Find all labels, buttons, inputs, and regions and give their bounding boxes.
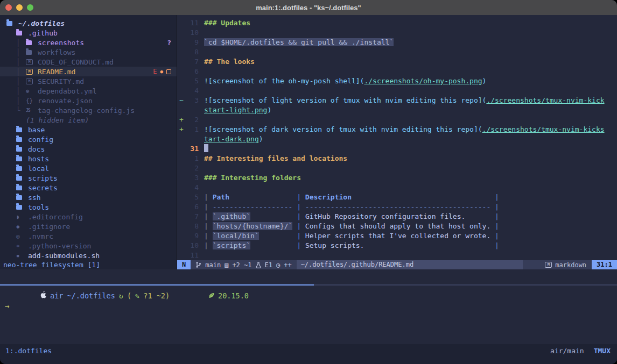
editor-line[interactable]: +1![screenshot of dark version of tmux w… (177, 125, 617, 134)
tree-item[interactable]: │MREADME.mdE● (0, 67, 177, 76)
editor-line[interactable]: 7| `.github` | GitHub Repository configu… (177, 212, 617, 222)
editor-line[interactable]: 4 (177, 183, 617, 192)
text-segment-tp: | (292, 193, 305, 201)
tree-item[interactable]: │MCODE_OF_CONDUCT.md (0, 57, 177, 67)
tree-item[interactable]: config (0, 134, 177, 144)
text-segment-fg (259, 232, 293, 240)
text-segment-ln: ./screenshots/oh-my-posh.png (364, 77, 482, 85)
editor-text: ![screenshot of dark version of tmux wit… (199, 125, 605, 134)
line-number: 3 (186, 96, 199, 105)
line-number: 6 (186, 202, 199, 212)
editor-line[interactable]: 3### Interesting folders (177, 173, 617, 183)
tree-item[interactable]: ◗.editorconfig (0, 212, 177, 222)
tree-item[interactable]: local (0, 163, 177, 173)
nvmrc-icon: ◎ (16, 233, 25, 240)
tree-item[interactable]: │screenshots? (0, 38, 177, 47)
editor-text: | `.github` | GitHub Repository configur… (199, 212, 499, 222)
editor-line[interactable]: +2 (177, 115, 617, 125)
editor-line[interactable]: 31 (177, 144, 617, 154)
editor-text (199, 251, 204, 260)
tree-item[interactable]: .github (0, 28, 177, 38)
editor-line[interactable]: ~3![screenshot of light version of tmux … (177, 96, 617, 105)
tree-item[interactable]: scripts (0, 173, 177, 183)
tree-item[interactable]: ssh (0, 192, 177, 202)
flask-icon (256, 262, 261, 268)
modified-dot-mark: ● (160, 69, 163, 74)
gutter-sign (177, 192, 186, 202)
editor-line[interactable]: tart-dark.png) (177, 134, 617, 144)
editor-line[interactable]: 5| Path | Description | (177, 192, 617, 202)
cwd-path: ~/.dotfiles (67, 291, 115, 300)
text-segment-tp: | (292, 203, 305, 211)
json-icon: {} (26, 97, 35, 104)
tree-item-label: .gitignore (28, 223, 70, 231)
text-segment-tp: | (204, 203, 213, 211)
tree-item[interactable]: ▪add-submodules.sh (0, 251, 177, 260)
folder-open-icon (16, 31, 25, 35)
tree-item[interactable]: ∗.python-version (0, 241, 177, 251)
editor-line[interactable]: 4 (177, 86, 617, 96)
tree-item[interactable]: └JStag-changelog-config.js (0, 105, 177, 115)
text-segment-code: `cd $HOME/.dotfiles && git pull && ./ins… (204, 38, 394, 46)
tree-item-label: .nvmrc (28, 232, 53, 240)
editor-line[interactable]: 10 (177, 28, 617, 38)
tree-item[interactable]: ◎.nvmrc (0, 231, 177, 241)
tree-item[interactable]: (1 hidden item) (0, 115, 177, 125)
diff-file-icon: ▤ (225, 261, 228, 269)
editor-line[interactable]: start-light.png) (177, 105, 617, 115)
editor-text (199, 115, 204, 125)
editor-line[interactable]: 11### Updates (177, 18, 617, 28)
line-number: 31 (186, 144, 199, 154)
editor-line[interactable]: 6 (177, 67, 617, 76)
editor-line[interactable]: 5![screenshot of the oh-my-posh shell](.… (177, 76, 617, 86)
editor-line[interactable]: 7## The looks (177, 57, 617, 67)
text-segment-cy: ![screenshot of dark version of tmux wit… (204, 125, 482, 133)
zoom-button[interactable] (27, 4, 33, 11)
editor-line[interactable]: 9| `local/bin` | Helper scripts that I'v… (177, 231, 617, 241)
minimize-button[interactable] (16, 4, 23, 11)
text-segment-code: `scripts` (213, 241, 250, 249)
tmux-session-name: air/main (550, 346, 584, 356)
terminal-pane[interactable]: air ~/.dotfiles ↻ ( ✎ ?1 ~2) 20.15.0 → (0, 286, 617, 344)
statusline: N main ▤ +2 ~1 E1 ◷ ++ ~/.dotfiles/.gith… (177, 260, 617, 269)
tree-item[interactable]: │MSECURITY.md (0, 76, 177, 86)
editor-line[interactable]: 6| ------------------- | ---------------… (177, 202, 617, 212)
editor-line[interactable]: 8| `hosts/{hostname}/` | Configs that sh… (177, 222, 617, 231)
tree-item[interactable]: ◆.gitignore (0, 222, 177, 231)
editor-line[interactable]: 1## Interesting files and locations (177, 154, 617, 163)
editor-line[interactable]: 8 (177, 47, 617, 57)
editorconfig-icon: ◗ (16, 213, 25, 220)
text-segment-fg: GitHub Repository configuration files. (305, 212, 490, 220)
tree-item[interactable]: │{}renovate.json (0, 96, 177, 105)
gutter-sign (177, 222, 186, 231)
gutter-sign (177, 67, 186, 76)
tree-item[interactable]: base (0, 125, 177, 134)
python-version-icon: ∗ (16, 242, 25, 249)
editor-line[interactable]: 10| `scripts` | Setup scripts. | (177, 241, 617, 251)
folder-icon (26, 50, 35, 55)
editor-line[interactable]: 9`cd $HOME/.dotfiles && git pull && ./in… (177, 38, 617, 47)
tree-item[interactable]: ~/.dotfiles (0, 18, 177, 28)
gutter-sign (177, 134, 186, 144)
text-segment-fg: Setup scripts. (305, 241, 490, 249)
gutter-sign: + (177, 125, 186, 134)
close-button[interactable] (5, 4, 12, 11)
tree-item[interactable]: hosts (0, 154, 177, 163)
editor-text: | ------------------- | ----------------… (199, 202, 499, 212)
tree-item[interactable]: docs (0, 144, 177, 154)
tree-item[interactable]: │workflows (0, 47, 177, 57)
gutter-sign (177, 105, 186, 115)
nvim-pane: ~/.dotfiles.github│screenshots?│workflow… (0, 15, 617, 260)
text-segment-tp: | (204, 241, 213, 249)
tree-item-label: (1 hidden item) (26, 116, 89, 124)
titlebar[interactable]: main:1:.dotfiles - "ks~/.dotfiles" (0, 0, 617, 15)
tree-item[interactable]: │⊛dependabot.yml (0, 86, 177, 96)
tree-item[interactable]: tools (0, 202, 177, 212)
tree-item-badges: E● (153, 68, 171, 75)
text-segment-code: `hosts/{hostname}/` (213, 222, 293, 230)
prompt-arrow: → (5, 302, 9, 310)
tmux-window-name[interactable]: 1:.dotfiles (5, 346, 52, 356)
editor-line[interactable]: 11 (177, 251, 617, 260)
tree-item[interactable]: secrets (0, 183, 177, 192)
editor-line[interactable]: 2 (177, 163, 617, 173)
